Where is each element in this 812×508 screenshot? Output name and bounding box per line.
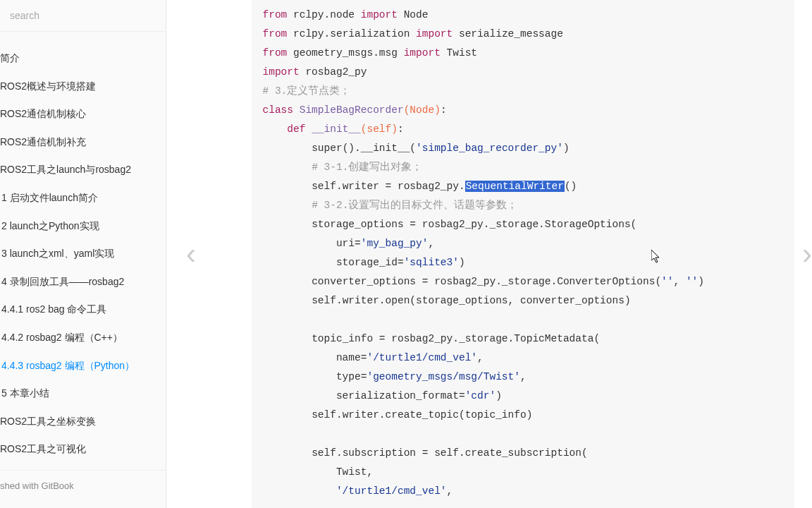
sidebar-item[interactable]: ROS2通信机制核心 [0,100,166,128]
code-text: super().__init__( [312,143,416,154]
code-text: self.subscription = self.create_subscrip… [312,447,588,459]
code-indent [263,485,336,497]
code-keyword: def [287,123,305,135]
code-indent [263,447,312,459]
code-text: rclpy.serialization [287,28,416,40]
next-page-button[interactable]: › [795,230,812,278]
code-string: 'geometry_msgs/msg/Twist' [367,371,520,382]
code-text: self.writer.open(storage_options, conver… [312,295,630,306]
code-text: ) [563,143,570,154]
code-self: self [367,123,391,135]
code-paren: ) [391,123,398,135]
code-string: 'simple_bag_recorder_py' [416,143,563,154]
code-text: uri= [336,238,361,249]
sidebar-item[interactable]: 2 launch之Python实现 [0,212,166,241]
code-indent [263,409,312,421]
code-text [293,104,300,116]
code-indent [263,371,336,382]
code-text: topic_info = rosbag2_py._storage.TopicMe… [312,333,600,344]
sidebar-item[interactable]: 3 launch之xml、yaml实现 [0,240,166,268]
code-string: '' [661,276,673,287]
code-keyword: import [404,47,441,59]
sidebar-item[interactable]: ROS2工具之坐标变换 [0,408,166,436]
code-text: : [441,104,447,116]
code-indent [263,276,312,287]
content: ‹ › from rclpy.node import Node from rcl… [166,0,812,508]
code-comment: # 3.定义节点类； [263,85,351,97]
code-text [305,123,312,135]
sidebar-item[interactable]: 4 录制回放工具——rosbag2 [0,268,166,296]
code-comment: # 3-1.创建写出对象； [312,162,422,173]
code-indent [263,200,312,211]
code-text: converter_options = rosbag2_py._storage.… [312,276,661,287]
code-text: , [520,371,527,382]
code-text: : [398,123,404,135]
prev-page-button[interactable]: ‹ [179,230,203,278]
code-text: storage_options = rosbag2_py._storage.St… [312,219,636,230]
sidebar-nav: 简介ROS2概述与环境搭建ROS2通信机制核心ROS2通信机制补充ROS2工具之… [0,32,166,470]
code-text: storage_id= [336,257,404,268]
code-indent [263,257,336,268]
code-text: type= [336,371,367,382]
code-indent [263,162,312,173]
code-text: , [674,276,686,287]
sidebar: 简介ROS2概述与环境搭建ROS2通信机制核心ROS2通信机制补充ROS2工具之… [0,0,166,508]
sidebar-item[interactable]: 简介 [0,44,166,73]
code-text: Node [398,9,429,20]
code-text: rclpy.node [287,9,360,20]
code-comment: # 3-2.设置写出的目标文件、话题等参数； [312,200,517,211]
code-base: Node [410,104,434,116]
code-string: 'my_bag_py' [361,238,429,249]
sidebar-item[interactable]: 4.4.1 ros2 bag 命令工具 [0,296,166,324]
code-text: rosbag2_py [300,66,367,78]
code-text: , [447,485,453,497]
code-indent [263,295,312,306]
code-indent [263,466,336,478]
code-keyword: import [263,66,300,78]
sidebar-item[interactable]: ROS2概述与环境搭建 [0,73,166,101]
sidebar-item[interactable]: 4.4.3 rosbag2 编程（Python） [0,352,166,380]
sidebar-item[interactable]: ROS2通信机制补充 [0,128,166,157]
code-indent [263,219,312,230]
code-string: '/turtle1/cmd_vel' [336,485,447,497]
code-indent [263,181,312,192]
code-text: , [428,238,434,249]
code-keyword: from [263,47,288,59]
code-text: serialize_message [453,28,563,40]
sidebar-item[interactable]: 1 启动文件launch简介 [0,184,166,212]
code-keyword: import [416,28,453,40]
code-string: '/turtle1/cmd_vel' [367,352,477,363]
code-text: ) [459,257,465,268]
code-keyword: from [263,9,288,20]
search-box [0,0,166,32]
code-keyword: from [263,28,288,40]
code-text: geometry_msgs.msg [287,47,403,59]
code-paren: ) [434,104,441,116]
code-indent [263,238,336,249]
code-text: self.writer = rosbag2_py. [312,181,465,192]
code-text: serialization_format= [336,390,465,401]
code-indent [263,333,312,344]
code-class: SimpleBagRecorder [300,104,404,116]
code-text: ) [496,390,502,401]
sidebar-item[interactable]: 5 本章小结 [0,380,166,408]
code-text: , [477,352,484,363]
code-text: Twist, [336,466,373,478]
code-keyword: class [263,104,294,116]
selected-text: SequentialWriter [465,181,565,192]
code-text: Twist [441,47,477,59]
code-string: '' [686,276,698,287]
code-text: self.writer.create_topic(topic_info) [312,409,532,421]
code-block[interactable]: from rclpy.node import Node from rclpy.s… [252,0,794,508]
sidebar-item[interactable]: 4.4.2 rosbag2 编程（C++） [0,324,166,352]
code-fn: __init__ [312,123,361,135]
search-input[interactable] [7,6,159,25]
code-keyword: import [361,9,398,20]
code-indent [263,390,336,401]
sidebar-item[interactable]: ROS2工具之可视化 [0,435,166,464]
code-indent [263,352,336,363]
code-string: 'cdr' [465,390,496,401]
code-text: name= [336,352,367,363]
code-indent [263,143,312,154]
sidebar-item[interactable]: ROS2工具之launch与rosbag2 [0,156,166,184]
